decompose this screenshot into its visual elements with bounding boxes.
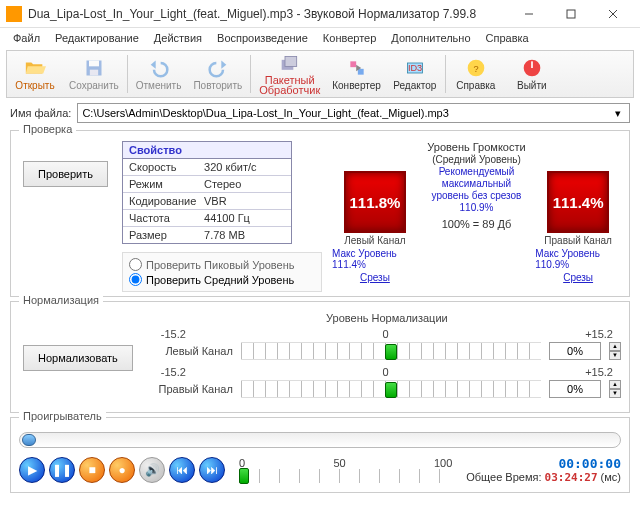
svg-rect-8 [285,56,297,66]
volume-icon[interactable]: 🔊 [139,457,165,483]
maximize-button[interactable] [550,0,592,28]
converter-button[interactable]: Конвертер [326,55,387,93]
app-icon [6,6,22,22]
right-slider[interactable] [241,380,541,398]
undo-icon [148,57,170,79]
minimize-button[interactable] [508,0,550,28]
right-meter: 111.4% [547,171,609,233]
left-pct[interactable]: 0% [549,342,601,360]
batch-button[interactable]: ПакетныйОбработчик [253,51,326,98]
folder-open-icon [24,57,46,79]
menu-help[interactable]: Справка [479,30,536,46]
menu-edit[interactable]: Редактирование [48,30,146,46]
prev-button[interactable]: ⏮ [169,457,195,483]
svg-text:ID3: ID3 [408,63,422,73]
left-spinner[interactable]: ▲▼ [609,342,621,360]
seek-thumb-icon[interactable] [22,434,36,446]
properties-table: Свойство Скорость320 кбит/с РежимСтерео … [122,141,292,244]
window-title: Dua_Lipa-Lost_In_Your_Light_(feat._Migue… [28,7,508,21]
pause-button[interactable]: ❚❚ [49,457,75,483]
left-meter: 111.8% [344,171,406,233]
norm-group-label: Нормализация [19,294,103,306]
menu-playback[interactable]: Воспроизведение [210,30,315,46]
redo-button[interactable]: Повторить [187,55,248,93]
save-icon [83,57,105,79]
close-button[interactable] [592,0,634,28]
play-button[interactable]: ▶ [19,457,45,483]
menu-extra[interactable]: Дополнительно [384,30,477,46]
right-spinner[interactable]: ▲▼ [609,380,621,398]
stop-button[interactable]: ■ [79,457,105,483]
position-slider[interactable] [239,469,452,483]
redo-icon [207,57,229,79]
menu-actions[interactable]: Действия [147,30,209,46]
check-button[interactable]: Проверить [23,161,108,187]
exit-icon [521,57,543,79]
left-clips-link[interactable]: Срезы [360,272,390,283]
toolbar: Открыть Сохранить Отменить Повторить Пак… [6,50,634,98]
svg-rect-1 [567,10,575,18]
menu-bar: Файл Редактирование Действия Воспроизвед… [0,28,640,48]
editor-icon: ID3 [404,57,426,79]
svg-rect-6 [90,70,98,76]
help-icon: ? [465,57,487,79]
record-button[interactable]: ● [109,457,135,483]
slider-thumb-icon[interactable] [385,344,397,360]
open-button[interactable]: Открыть [7,55,63,93]
right-clips-link[interactable]: Срезы [563,272,593,283]
svg-text:?: ? [473,64,478,74]
save-button[interactable]: Сохранить [63,55,125,93]
editor-button[interactable]: ID3Редактор [387,55,443,93]
menu-converter[interactable]: Конвертер [316,30,383,46]
filename-label: Имя файла: [10,107,71,119]
svg-rect-5 [89,61,99,67]
exit-button[interactable]: Выйти [504,55,560,93]
slider-thumb-icon[interactable] [239,468,249,484]
next-button[interactable]: ⏭ [199,457,225,483]
radio-peak[interactable]: Проверить Пиковый Уровень [129,257,315,272]
normalize-button[interactable]: Нормализовать [23,345,133,371]
undo-button[interactable]: Отменить [130,55,188,93]
left-slider[interactable] [241,342,541,360]
radio-average[interactable]: Проверить Средний Уровень [129,272,315,287]
svg-rect-14 [531,61,533,68]
menu-file[interactable]: Файл [6,30,47,46]
player-group-label: Проигрыватель [19,410,106,422]
converter-icon [346,57,368,79]
slider-thumb-icon[interactable] [385,382,397,398]
check-group-label: Проверка [19,123,76,135]
current-time: 00:00:00 [466,456,621,471]
help-button[interactable]: ?Справка [448,55,504,93]
chevron-down-icon[interactable]: ▾ [611,107,625,120]
filename-value: C:\Users\Admin\Desktop\Dua_Lipa-Lost_In_… [82,107,611,119]
right-pct[interactable]: 0% [549,380,601,398]
seek-bar[interactable] [19,432,621,448]
batch-icon [279,53,301,75]
filename-combo[interactable]: C:\Users\Admin\Desktop\Dua_Lipa-Lost_In_… [77,103,630,123]
